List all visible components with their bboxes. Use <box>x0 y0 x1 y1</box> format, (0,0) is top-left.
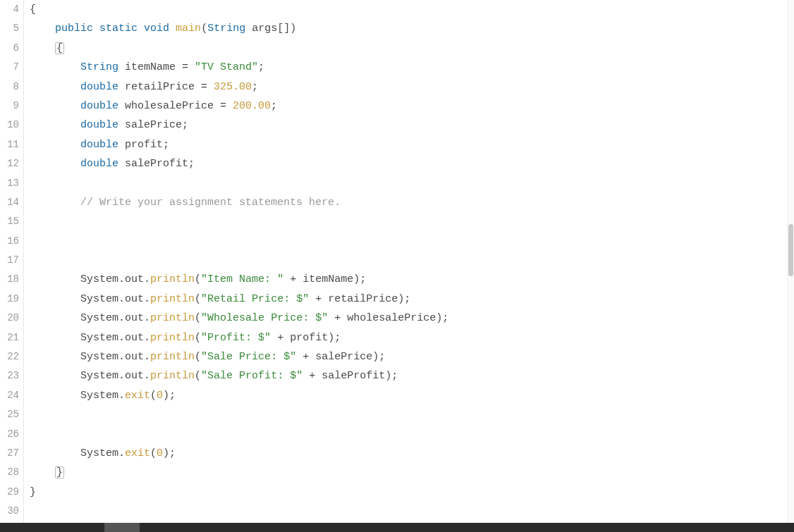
code-editor[interactable]: 4567891011121314151617181920212223242526… <box>0 0 794 523</box>
code-line[interactable]: System.out.println("Wholesale Price: $" … <box>24 309 794 328</box>
line-number: 27 <box>0 444 19 463</box>
code-token: "Sale Price: $" <box>201 351 296 363</box>
line-number: 26 <box>0 425 19 444</box>
code-token: args <box>245 23 277 35</box>
code-token: profit <box>118 139 163 151</box>
code-line[interactable]: double saleProfit; <box>24 154 794 173</box>
code-token: out <box>125 332 144 344</box>
code-token: double <box>80 100 118 112</box>
code-token: 0 <box>157 390 163 402</box>
code-token <box>30 42 55 54</box>
code-line[interactable]: double profit; <box>24 135 794 154</box>
line-number: 11 <box>0 135 19 154</box>
code-line[interactable] <box>24 212 794 231</box>
code-token <box>226 100 233 112</box>
code-token: ( <box>150 447 157 459</box>
code-token: = <box>201 81 207 93</box>
code-token: double <box>80 158 118 170</box>
code-token: ) <box>163 447 169 459</box>
code-line[interactable] <box>24 251 794 270</box>
code-area[interactable]: { public static void main(String args[])… <box>24 0 794 523</box>
code-token <box>207 81 214 93</box>
code-line[interactable] <box>24 174 794 193</box>
code-line[interactable]: System.out.println("Sale Profit: $" + sa… <box>24 366 794 385</box>
code-token: System <box>30 293 118 305</box>
line-number: 10 <box>0 116 19 135</box>
code-token: println <box>150 370 195 382</box>
code-token: main <box>176 23 201 35</box>
code-line[interactable] <box>24 502 794 521</box>
code-line[interactable]: System.out.println("Profit: $" + profit)… <box>24 328 794 347</box>
code-token: + <box>315 293 322 305</box>
horizontal-scrollbar[interactable] <box>0 523 794 532</box>
code-token: + <box>277 332 283 344</box>
code-token: String <box>207 23 245 35</box>
code-line[interactable]: String itemName = "TV Stand"; <box>24 58 794 77</box>
code-line[interactable]: double wholesalePrice = 200.00; <box>24 97 794 116</box>
code-token <box>30 23 55 35</box>
line-number: 18 <box>0 270 19 289</box>
code-token: . <box>144 312 150 324</box>
code-token: out <box>125 293 144 305</box>
code-token: . <box>118 293 125 305</box>
code-token: System <box>30 351 118 363</box>
code-token: + <box>309 370 315 382</box>
code-token <box>30 119 80 131</box>
code-token: . <box>144 273 150 285</box>
code-token: out <box>125 312 144 324</box>
code-token: = <box>182 61 188 73</box>
code-token: ) <box>398 293 404 305</box>
code-token: ( <box>195 370 201 382</box>
line-number: 24 <box>0 386 19 405</box>
code-token: ; <box>404 293 410 305</box>
code-token: [] <box>277 23 290 35</box>
vertical-scrollbar[interactable] <box>787 0 794 523</box>
code-token: double <box>80 119 118 131</box>
code-line[interactable]: System.out.println("Retail Price: $" + r… <box>24 290 794 309</box>
code-token: ( <box>195 332 201 344</box>
code-token: } <box>30 486 36 498</box>
vertical-scrollbar-thumb[interactable] <box>788 224 793 276</box>
code-token: . <box>144 351 150 363</box>
code-token: ( <box>195 293 201 305</box>
code-token <box>30 100 80 112</box>
code-line[interactable]: { <box>24 39 794 58</box>
code-line[interactable]: } <box>24 463 794 482</box>
line-number: 15 <box>0 212 19 231</box>
code-line[interactable]: System.out.println("Item Name: " + itemN… <box>24 270 794 289</box>
code-token <box>30 158 80 170</box>
code-token: static <box>99 23 138 35</box>
code-line[interactable]: double salePrice; <box>24 116 794 135</box>
code-token: double <box>80 139 118 151</box>
code-token <box>138 23 144 35</box>
code-line[interactable]: double retailPrice = 325.00; <box>24 78 794 97</box>
code-line[interactable] <box>24 405 794 424</box>
code-line[interactable]: { <box>24 0 794 19</box>
code-token: ) <box>163 390 169 402</box>
code-token: ; <box>252 81 258 93</box>
code-token: . <box>118 370 125 382</box>
code-line[interactable] <box>24 232 794 251</box>
code-token: 200.00 <box>233 100 271 112</box>
line-number: 9 <box>0 97 19 116</box>
code-token: ) <box>436 312 442 324</box>
code-token: System <box>30 312 118 324</box>
code-token: ; <box>182 119 188 131</box>
code-line[interactable]: System.out.println("Sale Price: $" + sal… <box>24 347 794 366</box>
line-number: 8 <box>0 78 19 97</box>
code-line[interactable]: } <box>24 483 794 502</box>
code-token: out <box>125 351 144 363</box>
code-token: ; <box>163 139 169 151</box>
code-token: "TV Stand" <box>195 61 258 73</box>
horizontal-scrollbar-thumb[interactable] <box>104 523 140 532</box>
code-token <box>271 332 277 344</box>
code-token: "Wholesale Price: $" <box>201 312 328 324</box>
code-token: salePrice <box>118 119 182 131</box>
code-line[interactable] <box>24 425 794 444</box>
code-line[interactable]: System.exit(0); <box>24 444 794 463</box>
code-line[interactable]: // Write your assignment statements here… <box>24 193 794 212</box>
code-token: System <box>30 332 118 344</box>
code-token <box>93 23 99 35</box>
code-line[interactable]: public static void main(String args[]) <box>24 19 794 38</box>
code-line[interactable]: System.exit(0); <box>24 386 794 405</box>
